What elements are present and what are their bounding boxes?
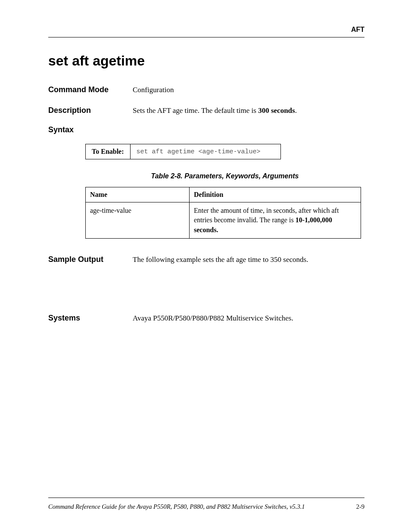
description-label: Description	[48, 106, 133, 115]
syntax-enable-row: To Enable: set aft agetime <age-time-val…	[86, 144, 281, 159]
sample-output-row: Sample Output The following example sets…	[48, 254, 364, 265]
syntax-enable-cmd: set aft agetime <age-time-value>	[130, 144, 280, 159]
param-header-definition: Definition	[190, 187, 361, 202]
document-page: AFT set aft agetime Command Mode Configu…	[0, 0, 411, 532]
footer-page-number: 2-9	[356, 503, 364, 510]
description-bold: 300 seconds	[258, 106, 295, 115]
systems-label: Systems	[48, 314, 133, 323]
param-name-cell: age-time-value	[86, 202, 190, 239]
param-table-header-row: Name Definition	[86, 187, 361, 202]
description-suffix: .	[295, 106, 297, 115]
section-header: AFT	[48, 26, 364, 34]
header-rule	[48, 37, 364, 37]
syntax-table: To Enable: set aft agetime <age-time-val…	[85, 144, 281, 159]
param-table: Name Definition age-time-value Enter the…	[85, 187, 361, 239]
footer-text: Command Reference Guide for the Avaya P5…	[48, 503, 305, 510]
command-title: set aft agetime	[48, 53, 364, 69]
syntax-row: Syntax	[48, 125, 364, 134]
sample-output-label: Sample Output	[48, 255, 133, 264]
systems-row: Systems Avaya P550R/P580/P880/P882 Multi…	[48, 313, 364, 324]
param-table-wrap: Name Definition age-time-value Enter the…	[85, 187, 364, 239]
description-row: Description Sets the AFT age time. The d…	[48, 105, 364, 116]
description-value: Sets the AFT age time. The default time …	[133, 105, 297, 116]
page-footer: Command Reference Guide for the Avaya P5…	[48, 498, 364, 510]
description-prefix: Sets the AFT age time. The default time …	[133, 106, 258, 115]
param-header-name: Name	[86, 187, 190, 202]
command-mode-value: Configuration	[133, 84, 174, 96]
systems-value: Avaya P550R/P580/P880/P882 Multiservice …	[133, 313, 293, 324]
sample-output-value: The following example sets the aft age t…	[133, 254, 308, 265]
param-table-caption: Table 2-8. Parameters, Keywords, Argumen…	[85, 172, 364, 180]
param-def-cell: Enter the amount of time, in seconds, af…	[190, 202, 361, 239]
param-table-row: age-time-value Enter the amount of time,…	[86, 202, 361, 239]
syntax-label: Syntax	[48, 125, 133, 134]
command-mode-label: Command Mode	[48, 85, 133, 94]
command-mode-row: Command Mode Configuration	[48, 84, 364, 96]
syntax-enable-label: To Enable:	[86, 144, 131, 159]
